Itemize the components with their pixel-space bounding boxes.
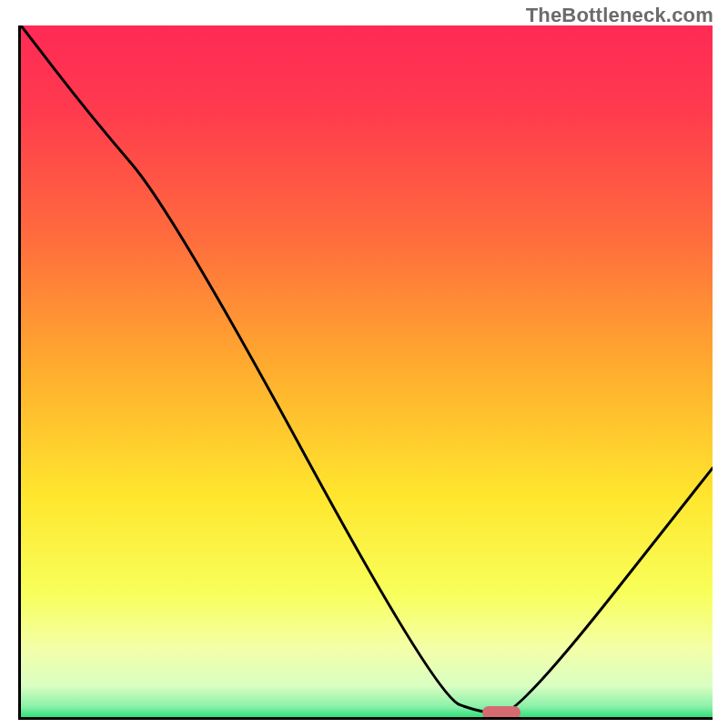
- bottleneck-curve: [21, 25, 713, 717]
- optimal-marker: [482, 706, 521, 719]
- watermark-text: TheBottleneck.com: [526, 4, 713, 27]
- plot-area: [18, 25, 713, 720]
- chart-frame: TheBottleneck.com: [0, 0, 728, 728]
